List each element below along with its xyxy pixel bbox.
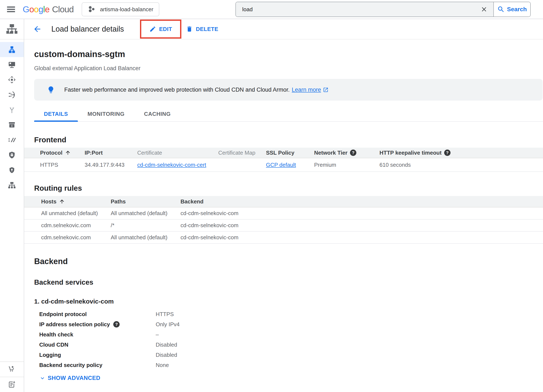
col-keepalive[interactable]: HTTP keepalive timeout ? [379, 150, 543, 156]
help-icon[interactable]: ? [350, 150, 356, 156]
search-query: load [242, 6, 479, 13]
ssl-policy-link[interactable]: GCP default [266, 162, 296, 168]
frontend-keepalive: 610 seconds [379, 162, 543, 168]
project-selector[interactable]: artisma-load-balancer [82, 2, 159, 16]
app-header: Google Cloud artisma-load-balancer load [0, 0, 543, 19]
col-paths[interactable]: Paths [111, 198, 181, 205]
menu-icon[interactable] [6, 4, 16, 15]
clear-icon [481, 6, 488, 13]
frontend-heading: Frontend [34, 135, 543, 144]
kv-row: Logging Disabled [39, 350, 543, 360]
col-ssl-policy[interactable]: SSL Policy [266, 150, 314, 156]
edit-button[interactable]: EDIT [149, 26, 172, 33]
nav-load-balancing[interactable] [0, 42, 24, 57]
routing-table-header: Hosts Paths Backend [24, 196, 543, 207]
project-icon [88, 5, 96, 13]
kv-row: Cloud CDN Disabled [39, 340, 543, 350]
chevron-down-icon [39, 375, 45, 381]
clear-search-button[interactable] [479, 5, 489, 14]
network-tree-icon [6, 24, 17, 34]
left-nav-rail [0, 19, 24, 392]
backend-services-heading: Backend services [34, 278, 543, 287]
col-protocol[interactable]: Protocol [40, 150, 85, 156]
protocol-slashes-icon [8, 136, 16, 144]
tab-monitoring[interactable]: MONITORING [78, 107, 135, 121]
routing-row: cdm.selnekovic.com All unmatched (defaul… [24, 232, 543, 244]
nav-release-notes[interactable] [0, 377, 24, 392]
tab-details[interactable]: DETAILS [34, 107, 78, 121]
kv-row: Backend security policy None [39, 360, 543, 370]
col-certificate-map[interactable]: Certificate Map [218, 150, 266, 156]
certificate-link[interactable]: cd-cdm-selnekovic-com-cert [137, 162, 206, 168]
toolbar-title: Load balancer details [51, 25, 124, 34]
col-certificate[interactable]: Certificate [137, 150, 218, 156]
external-link-icon [323, 87, 328, 93]
back-button[interactable] [33, 24, 42, 34]
show-advanced-button[interactable]: SHOW ADVANCED [39, 375, 543, 381]
search-bar: load Search [235, 2, 531, 17]
frontend-table-header: Protocol IP:Port Certificate Certificate… [24, 148, 543, 158]
sitemap-icon [8, 182, 16, 189]
col-ip-port[interactable]: IP:Port [85, 150, 137, 156]
hybrid-connectivity-icon [8, 91, 16, 99]
routing-row: All unmatched (default) All unmatched (d… [24, 207, 543, 220]
nav-hybrid-connectivity[interactable] [0, 87, 24, 102]
project-name: artisma-load-balancer [100, 6, 153, 13]
delete-button[interactable]: DELETE [186, 26, 218, 33]
kv-row: IP address selection policy ? Only IPv4 [39, 319, 543, 330]
search-icon [497, 6, 505, 13]
nav-private-service-connect[interactable] [0, 72, 24, 87]
nav-client-devices[interactable] [0, 57, 24, 72]
page-toolbar: Load balancer details EDIT DELETE [24, 19, 543, 40]
info-banner: Faster web performance and improved web … [34, 79, 543, 101]
col-network-tier[interactable]: Network Tier ? [314, 150, 379, 156]
nav-service-directory[interactable] [0, 177, 24, 193]
learn-more-link[interactable]: Learn more [292, 86, 321, 93]
search-button[interactable]: Search [493, 2, 530, 17]
annotation-highlight: EDIT [140, 19, 181, 39]
kv-row: Health check – [39, 330, 543, 340]
release-notes-icon [8, 381, 16, 389]
help-icon[interactable]: ? [113, 321, 120, 328]
monitor-icon [8, 61, 16, 68]
frontend-ip-port: 34.49.177.9:443 [85, 162, 137, 168]
cloud-wordmark: Cloud [52, 5, 74, 14]
lightbulb-icon [47, 86, 55, 94]
frontend-protocol: HTTPS [40, 162, 85, 168]
kv-row: Endpoint protocol HTTPS [39, 309, 543, 319]
shield-lock-icon [8, 151, 16, 159]
delete-trash-icon [186, 26, 193, 33]
nav-routes[interactable] [0, 102, 24, 117]
edit-pencil-icon [149, 26, 156, 33]
banner-text: Faster web performance and improved web … [64, 86, 290, 93]
frontend-table-row: HTTPS 34.49.177.9:443 cd-cdm-selnekovic-… [24, 158, 543, 172]
nav-marketplace[interactable] [0, 361, 24, 377]
nav-cloud-domains[interactable] [0, 132, 24, 148]
backend-service-details: Endpoint protocol HTTPS IP address selec… [39, 309, 543, 370]
network-services-logo [0, 19, 24, 40]
help-icon[interactable]: ? [444, 150, 451, 156]
routing-row: cdm.selnekovic.com /* cd-cdm-selnekovic-… [24, 220, 543, 232]
nav-certificate-manager[interactable] [0, 163, 24, 177]
routing-heading: Routing rules [34, 184, 543, 193]
page-subtitle: Global external Application Load Balance… [34, 65, 543, 72]
col-backend[interactable]: Backend [181, 198, 543, 205]
nav-cloud-armor[interactable] [0, 148, 24, 163]
shield-key-icon [8, 166, 16, 174]
marketplace-cart-icon [8, 365, 16, 373]
nav-cloud-nat[interactable] [0, 117, 24, 132]
backend-service-name: 1. cd-cdm-selnekovic-com [34, 298, 543, 305]
search-input[interactable]: load [236, 2, 493, 17]
sort-ascending-icon [65, 150, 71, 156]
tab-caching[interactable]: CACHING [134, 107, 181, 121]
col-hosts[interactable]: Hosts [41, 198, 111, 205]
move-expand-icon [8, 76, 16, 84]
page-title: custom-domains-sgtm [34, 49, 543, 59]
backend-heading: Backend [34, 256, 543, 266]
frontend-network-tier: Premium [314, 162, 379, 168]
google-cloud-logo[interactable]: Google Cloud [23, 5, 74, 14]
sort-ascending-icon [59, 199, 65, 205]
tab-bar: DETAILS MONITORING CACHING [34, 107, 543, 122]
archive-box-icon [8, 121, 16, 129]
branch-routes-icon [8, 106, 16, 114]
